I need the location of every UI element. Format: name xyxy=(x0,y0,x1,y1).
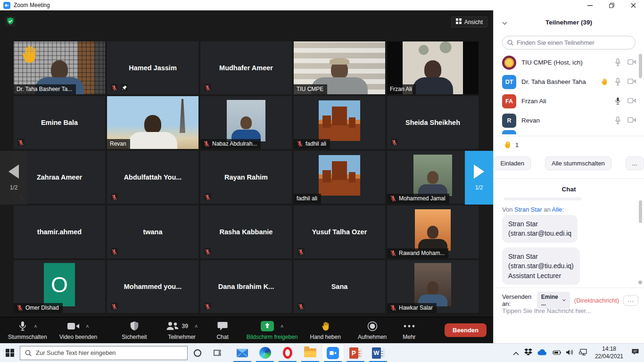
chat-recipient[interactable]: Alle: xyxy=(552,206,564,213)
more-button[interactable]: Mehr xyxy=(396,317,421,343)
mic-icon[interactable] xyxy=(614,97,622,105)
video-tile[interactable]: Abdulfattah You... xyxy=(107,151,198,204)
task-view-icon xyxy=(214,349,222,356)
video-tile[interactable]: TIU CMPE xyxy=(294,41,385,94)
page-indicator: 1/2 xyxy=(475,184,483,191)
battery-icon[interactable] xyxy=(552,349,561,357)
taskbar-app-zoom[interactable] xyxy=(322,344,344,362)
participant-row[interactable]: TIU CMPE (Host, ich) xyxy=(494,53,644,72)
participants-more-button[interactable]: ... xyxy=(626,156,644,170)
video-tile[interactable]: Mohammed you... xyxy=(107,260,198,313)
taskbar-search[interactable] xyxy=(20,346,188,360)
security-shield-icon[interactable] xyxy=(5,16,16,26)
tray-chevron-up-icon[interactable] xyxy=(513,349,519,357)
share-options-chevron[interactable]: ˄ xyxy=(281,323,283,329)
taskbar-app-explorer[interactable] xyxy=(299,344,322,362)
video-tile[interactable]: Zahraa Ameer xyxy=(14,151,105,204)
mute-button[interactable]: ˄ Stummschalten xyxy=(2,317,53,343)
muted-mic-icon xyxy=(17,139,25,146)
zoom-app-icon xyxy=(3,2,10,9)
muted-mic-icon xyxy=(390,304,396,311)
participant-name: thamir.ahmed xyxy=(14,206,105,258)
chat-sender[interactable]: Stran Star xyxy=(514,206,542,213)
security-button[interactable]: Sicherheit xyxy=(116,317,153,343)
video-tile[interactable]: fadhil ali xyxy=(294,151,385,204)
close-button[interactable] xyxy=(622,0,644,10)
participant-row[interactable]: R Revan xyxy=(494,111,644,130)
video-tile[interactable]: Nabaz Abdulrah... xyxy=(200,96,292,149)
chat-scrollbar[interactable] xyxy=(639,200,642,223)
video-tile[interactable]: Mudhafer Ameer xyxy=(200,41,292,94)
prev-page-button[interactable]: 1/2 xyxy=(0,151,27,205)
taskbar-app-edge[interactable] xyxy=(254,344,276,362)
video-tile[interactable]: twana xyxy=(107,206,198,258)
video-tile[interactable]: Dr. Taha Basheer Ta... xyxy=(14,41,105,94)
video-options-chevron[interactable]: ˄ xyxy=(86,323,89,329)
video-tile[interactable]: Emine Bala xyxy=(14,96,105,149)
mute-options-chevron[interactable]: ˄ xyxy=(34,323,37,329)
start-button[interactable] xyxy=(0,344,20,362)
taskbar-app-word[interactable]: W xyxy=(367,344,389,362)
leave-meeting-button[interactable]: Beenden xyxy=(445,323,487,337)
participants-label: Teilnehmer xyxy=(168,334,196,340)
video-tile[interactable]: Frzan Ali xyxy=(387,41,479,94)
participant-name: Abdulfattah You... xyxy=(107,151,198,204)
video-tile[interactable]: Rayan Rahim xyxy=(200,151,292,204)
action-center-icon[interactable] xyxy=(631,348,639,357)
task-view-button[interactable] xyxy=(207,344,227,362)
camera-icon[interactable] xyxy=(627,58,636,66)
taskbar-app-mail[interactable] xyxy=(231,344,254,362)
network-icon[interactable] xyxy=(579,349,587,357)
minimize-button[interactable] xyxy=(579,0,601,10)
share-screen-button[interactable]: ˄ Bildschirm freigeben xyxy=(240,317,304,343)
send-to-dropdown[interactable]: Emine ... xyxy=(537,292,570,309)
video-tile[interactable]: Hawkar Salar xyxy=(387,260,479,313)
dropbox-icon[interactable] xyxy=(524,348,532,357)
raise-hand-button[interactable]: Hand heben xyxy=(304,317,347,343)
video-tile[interactable]: Revan xyxy=(107,96,198,149)
taskbar-app-opera[interactable] xyxy=(276,344,299,362)
participant-search[interactable] xyxy=(502,36,636,49)
mic-icon[interactable] xyxy=(614,58,622,66)
tile-name-label: Revan xyxy=(107,139,130,149)
invite-button[interactable]: Einladen xyxy=(494,156,531,170)
participant-row[interactable]: DT Dr. Taha Basheer Taha xyxy=(494,72,644,91)
chat-message-input[interactable] xyxy=(502,307,636,314)
video-tile[interactable]: Dana Ibrahim K... xyxy=(200,260,292,313)
video-tile[interactable]: OOmer Dlshad xyxy=(14,260,105,313)
mic-icon[interactable] xyxy=(614,116,622,124)
taskbar-clock[interactable]: 14:18 22/04/2021 xyxy=(592,346,626,360)
stop-video-button[interactable]: ˄ Video beenden xyxy=(53,317,104,343)
mute-all-button[interactable]: Alle stummschalten xyxy=(545,156,611,170)
camera-icon[interactable] xyxy=(627,116,636,124)
video-tile[interactable]: Yusuf Talha Ozer xyxy=(294,206,385,258)
participants-chevron[interactable]: ˄ xyxy=(195,323,198,329)
participant-search-input[interactable] xyxy=(517,39,630,46)
camera-icon[interactable] xyxy=(627,78,636,86)
taskbar-search-input[interactable] xyxy=(36,349,182,356)
view-button[interactable]: Ansicht xyxy=(451,16,487,27)
video-tile[interactable]: Hamed Jassim xyxy=(107,41,198,94)
video-tile[interactable]: fadhil ali xyxy=(294,96,385,149)
speaker-icon[interactable] xyxy=(566,349,574,357)
chat-more-button[interactable]: ... xyxy=(623,295,638,306)
collapse-participants-chevron[interactable] xyxy=(502,19,507,26)
video-tile[interactable]: Sheida Sheikheh xyxy=(387,96,479,149)
video-tile[interactable]: Rawand Moham... xyxy=(387,206,479,258)
video-tile[interactable]: Rasha Kabbanie xyxy=(200,206,292,258)
participants-button[interactable]: 39˄ Teilnehmer xyxy=(160,317,204,343)
onedrive-icon[interactable] xyxy=(537,349,547,357)
next-page-button[interactable]: 1/2 xyxy=(465,151,493,205)
restore-button[interactable] xyxy=(601,0,622,10)
record-button[interactable]: Aufnehmen xyxy=(352,317,393,343)
video-tile[interactable]: thamir.ahmed xyxy=(14,206,105,258)
cortana-button[interactable] xyxy=(188,344,207,362)
video-tile[interactable]: Sana xyxy=(294,260,385,313)
participant-row[interactable]: FA Frzan Ali xyxy=(494,91,644,111)
taskbar-app-powerpoint[interactable]: P xyxy=(344,344,367,362)
camera-icon[interactable] xyxy=(627,97,636,105)
chat-button[interactable]: Chat xyxy=(210,317,234,343)
mic-icon[interactable] xyxy=(614,78,622,86)
participants-scrollbar[interactable] xyxy=(639,54,642,78)
tile-name-label: Dr. Taha Basheer Ta... xyxy=(14,84,76,94)
